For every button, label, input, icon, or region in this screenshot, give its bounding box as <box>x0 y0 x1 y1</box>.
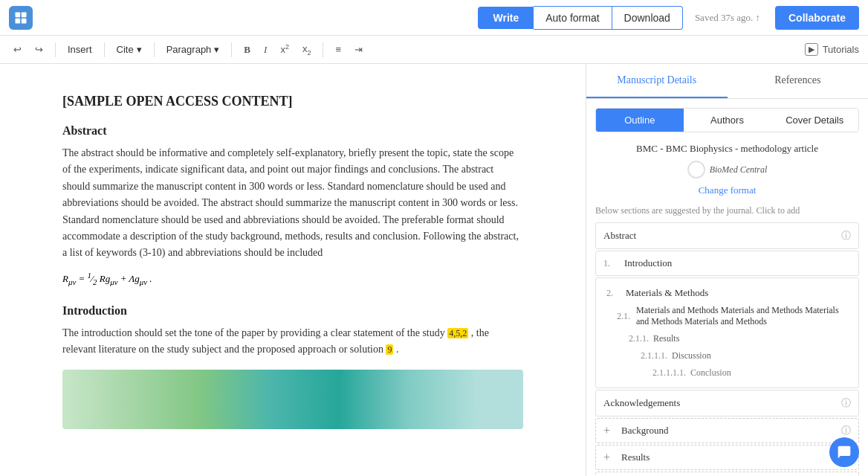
insert-dropdown[interactable]: Insert <box>63 42 97 57</box>
subscript-button[interactable]: x2 <box>298 41 316 59</box>
cite-dropdown[interactable]: Cite ▾ <box>112 42 146 57</box>
tutorials-label: Tutorials <box>823 44 859 55</box>
toolbar-separator-4 <box>231 42 232 57</box>
intro-text-3: . <box>396 344 399 355</box>
sub-tabs: Outline Authors Cover Details <box>595 108 859 132</box>
tab-manuscript-details[interactable]: Manuscript Details <box>586 64 728 98</box>
intro-outline-label: Introduction <box>624 257 672 269</box>
svg-rect-2 <box>16 18 21 23</box>
autoformat-button[interactable]: Auto format <box>534 6 612 30</box>
results-num: 2.1.1. <box>629 333 649 344</box>
image-inner <box>62 370 523 429</box>
background-plus-icon: + <box>603 424 615 437</box>
intro-num: 1. <box>603 258 618 269</box>
tutorials-button[interactable]: ▶ Tutorials <box>805 43 859 56</box>
reference-highlight-1: 4,5,2 <box>447 328 468 338</box>
outline-item-results[interactable]: 2.1.1. Results <box>602 330 852 347</box>
outline-item-methods-sub[interactable]: 2.1. Materials and Methods Materials and… <box>602 302 852 330</box>
app-logo[interactable] <box>9 6 33 30</box>
methods-num: 2. <box>606 288 621 299</box>
methods-sub-label: Materials and Methods Materials and Meth… <box>636 305 848 327</box>
italic-button[interactable]: I <box>259 42 271 58</box>
abstract-info-icon[interactable]: ⓘ <box>841 229 851 242</box>
undo-button[interactable]: ↩ <box>9 42 26 57</box>
outline-item-abstract[interactable]: Abstract ⓘ <box>595 222 859 249</box>
cite-chevron-icon: ▾ <box>137 44 142 55</box>
editor-toolbar: ↩ ↪ Insert Cite ▾ Paragraph ▾ B I x2 x2 … <box>0 36 868 64</box>
conclusion-nested-label: Conclusion <box>690 367 731 379</box>
biomed-circle-icon <box>687 161 705 178</box>
cite-label: Cite <box>117 44 134 55</box>
conclusion-nested-num: 2.1.1.1.1. <box>652 367 686 379</box>
introduction-title: Introduction <box>62 304 523 318</box>
indent-button[interactable]: ⇥ <box>350 42 367 57</box>
outline-item-introduction[interactable]: 1. Introduction <box>595 251 859 276</box>
toolbar-separator-5 <box>323 42 323 57</box>
outline-item-methods[interactable]: 2. Materials & Methods <box>602 284 852 302</box>
paragraph-label: Paragraph <box>166 44 212 55</box>
chat-bubble-button[interactable] <box>829 437 859 467</box>
toolbar-separator-2 <box>104 42 105 57</box>
superscript-button[interactable]: x2 <box>276 41 294 57</box>
main-layout: [SAMPLE OPEN ACCESS CONTENT] Abstract Th… <box>0 64 868 476</box>
sample-title: [SAMPLE OPEN ACCESS CONTENT] <box>62 94 523 109</box>
editor-area[interactable]: [SAMPLE OPEN ACCESS CONTENT] Abstract Th… <box>0 64 586 476</box>
paragraph-dropdown[interactable]: Paragraph ▾ <box>162 42 224 57</box>
sections-hint: Below sections are suggested by the jour… <box>595 205 859 216</box>
outline-nested-methods: 2. Materials & Methods 2.1. Materials an… <box>595 277 859 388</box>
tutorials-icon: ▶ <box>805 43 818 56</box>
insert-label: Insert <box>68 44 92 55</box>
image-placeholder <box>62 370 523 429</box>
bold-button[interactable]: B <box>239 42 255 58</box>
collaborate-button[interactable]: Collaborate <box>775 6 859 30</box>
abstract-title: Abstract <box>62 124 523 138</box>
background-info-icon[interactable]: ⓘ <box>841 424 851 437</box>
align-button[interactable]: ≡ <box>331 42 346 57</box>
svg-rect-3 <box>22 18 27 23</box>
outline-add-results[interactable]: + Results ⓘ <box>595 445 859 470</box>
download-button[interactable]: Download <box>612 6 683 30</box>
biomed-label: BioMed Central <box>710 164 768 176</box>
paragraph-chevron-icon: ▾ <box>214 44 219 55</box>
right-panel: Manuscript Details References Outline Au… <box>586 64 868 476</box>
introduction-section: Introduction The introduction should set… <box>62 304 523 430</box>
outline-item-acknowledgements[interactable]: Acknowledgements ⓘ <box>595 390 859 416</box>
tab-references[interactable]: References <box>728 64 869 98</box>
methods-sub-num: 2.1. <box>617 311 632 322</box>
discussion-nested-num: 2.1.1.1. <box>641 350 667 361</box>
outline-item-discussion-nested[interactable]: 2.1.1.1. Discussion <box>602 347 852 364</box>
results-plus-icon: + <box>603 451 615 464</box>
saved-status: Saved 37s ago. ↑ <box>695 12 760 24</box>
formula: Rμν = 1⁄2 Rgμν + Λgμν . <box>62 271 523 286</box>
methods-label: Materials & Methods <box>626 287 708 299</box>
abstract-body: The abstract should be informative and c… <box>62 145 523 262</box>
svg-rect-0 <box>16 12 21 17</box>
outline-add-discussion[interactable]: + Discussion ⓘ <box>595 472 859 476</box>
svg-rect-1 <box>22 12 27 17</box>
journal-info: BMC - BMC Biophysics - methodology artic… <box>595 143 859 155</box>
introduction-body: The introduction should set the tone of … <box>62 325 523 358</box>
outline-add-background[interactable]: + Background ⓘ <box>595 418 859 443</box>
outline-item-conclusion-nested[interactable]: 2.1.1.1.1. Conclusion <box>602 364 852 382</box>
sub-tab-cover[interactable]: Cover Details <box>771 109 858 132</box>
editor-content: [SAMPLE OPEN ACCESS CONTENT] Abstract Th… <box>62 94 523 429</box>
redo-button[interactable]: ↪ <box>30 42 48 57</box>
change-format-link[interactable]: Change format <box>595 184 859 196</box>
intro-text-1: The introduction should set the tone of … <box>62 327 445 338</box>
results-label: Results <box>653 333 679 344</box>
top-navigation: Write Auto format Download Saved 37s ago… <box>0 0 868 36</box>
acknowledgements-info-icon[interactable]: ⓘ <box>841 396 851 410</box>
write-button[interactable]: Write <box>478 7 534 29</box>
panel-tabs: Manuscript Details References <box>586 64 868 99</box>
panel-content: Outline Authors Cover Details BMC - BMC … <box>586 99 868 476</box>
discussion-nested-label: Discussion <box>672 350 711 361</box>
sub-tab-outline[interactable]: Outline <box>596 109 684 132</box>
background-label: Background <box>621 425 669 437</box>
acknowledgements-label: Acknowledgements <box>603 397 680 409</box>
toolbar-separator-1 <box>55 42 56 57</box>
reference-highlight-2: 9 <box>386 344 393 355</box>
results-add-label: Results <box>621 451 650 463</box>
toolbar-separator-3 <box>154 42 155 57</box>
sub-tab-authors[interactable]: Authors <box>684 109 771 132</box>
abstract-outline-label: Abstract <box>603 230 636 242</box>
